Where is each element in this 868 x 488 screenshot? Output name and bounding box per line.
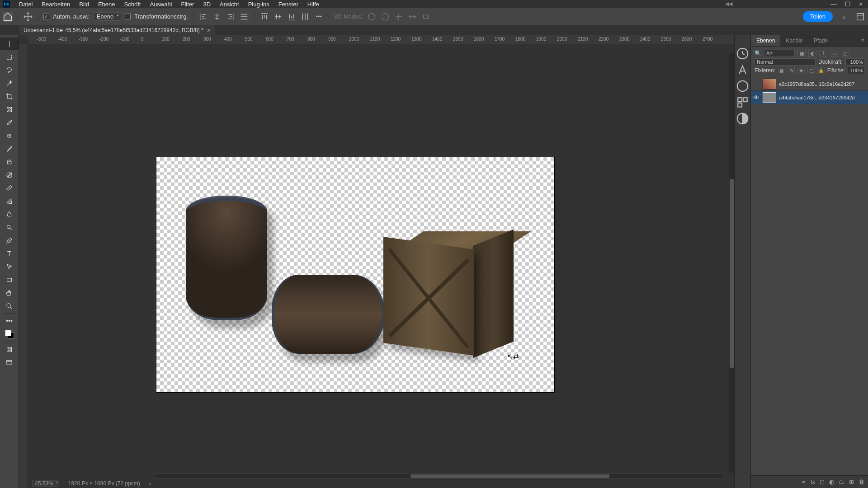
hand-tool[interactable] [0, 286, 19, 299]
auto-select-checkbox[interactable] [43, 14, 49, 19]
properties-panel-icon[interactable] [735, 45, 750, 61]
menu-plugins[interactable]: Plug-ins [244, 1, 274, 8]
menu-file[interactable]: Datei [14, 1, 37, 8]
layer-thumbnail[interactable] [763, 79, 776, 89]
window-maximize-icon[interactable]: ☐ [845, 0, 851, 8]
marquee-tool[interactable] [0, 51, 19, 63]
canvas-viewport[interactable]: ↖⇄ [28, 44, 734, 488]
lock-transparency-icon[interactable]: ▦ [778, 67, 785, 74]
window-minimize-icon[interactable]: — [830, 0, 837, 8]
layer-visibility-toggle[interactable]: 👁 [753, 94, 760, 101]
status-chevron-icon[interactable]: › [149, 480, 151, 487]
tab-layers[interactable]: Ebenen [751, 35, 780, 46]
transform-controls-checkbox[interactable] [125, 14, 131, 19]
distribute-v-icon[interactable] [300, 12, 310, 22]
character-panel-icon[interactable] [735, 61, 750, 78]
filter-smart-icon[interactable]: ◫ [841, 50, 849, 57]
menu-3d[interactable]: 3D [198, 1, 215, 8]
path-select-tool[interactable] [0, 260, 19, 273]
frame-tool[interactable] [0, 103, 19, 116]
color-panel-icon[interactable] [735, 78, 750, 94]
layer-row[interactable]: 👁 a44abc5ae178e...d23416728942d [751, 91, 868, 104]
layer-name[interactable]: a44abc5ae178e...d23416728942d [779, 95, 866, 100]
menu-help[interactable]: Hilfe [303, 1, 324, 8]
menu-image[interactable]: Bild [75, 1, 94, 8]
magic-wand-tool[interactable] [0, 77, 19, 89]
pen-tool[interactable] [0, 234, 19, 247]
blend-mode-dropdown[interactable]: Normal [755, 58, 816, 66]
dodge-tool[interactable] [0, 221, 19, 234]
tab-channels[interactable]: Kanäle [780, 35, 808, 46]
link-layers-icon[interactable]: ⚭ [801, 479, 806, 485]
history-brush-tool[interactable] [0, 169, 19, 181]
search-icon[interactable]: ⌕ [839, 12, 849, 22]
layer-row[interactable]: e2c1957d6ea35...10c0a16a2d287 [751, 77, 868, 91]
collapse-panels-icon[interactable]: ◀◀ [725, 1, 732, 7]
document-tab[interactable]: Unbenannt-1 bei 45,5% (a44abc5ae178e5f53… [19, 25, 215, 35]
menu-filter[interactable]: Filter [177, 1, 199, 8]
menu-layer[interactable]: Ebene [94, 1, 120, 8]
home-button[interactable] [3, 12, 13, 22]
opacity-input[interactable]: 100% [845, 58, 864, 66]
quick-mask-icon[interactable] [0, 343, 19, 356]
delete-layer-icon[interactable]: 🗑 [859, 479, 864, 485]
rectangle-tool[interactable] [0, 273, 19, 286]
lock-position-icon[interactable]: ✥ [797, 67, 805, 74]
menu-select[interactable]: Auswahl [145, 1, 176, 8]
layer-group-icon[interactable]: 🗀 [839, 479, 844, 485]
document-tab-close-icon[interactable]: × [207, 27, 211, 34]
crop-tool[interactable] [0, 90, 19, 103]
distribute-h-icon[interactable] [239, 12, 249, 22]
zoom-tool[interactable] [0, 300, 19, 312]
fill-input[interactable]: 100% [848, 67, 864, 74]
menu-window[interactable]: Fenster [274, 1, 303, 8]
layer-filter-dropdown[interactable]: Art [764, 50, 795, 57]
lock-all-icon[interactable]: 🔒 [817, 67, 825, 74]
layer-mask-icon[interactable]: ◻ [820, 479, 825, 485]
panel-menu-icon[interactable]: ≡ [858, 35, 868, 46]
blur-tool[interactable] [0, 208, 19, 221]
filter-adjustment-icon[interactable]: ◐ [808, 50, 816, 57]
vertical-scrollbar[interactable] [729, 53, 734, 473]
screen-mode-icon[interactable] [0, 356, 19, 369]
menu-edit[interactable]: Bearbeiten [37, 1, 75, 8]
more-options-icon[interactable]: ••• [314, 12, 324, 22]
align-left-icon[interactable] [198, 12, 208, 22]
adjustments-panel-icon[interactable] [735, 110, 750, 127]
align-center-v-icon[interactable] [273, 12, 283, 22]
filter-pixel-icon[interactable]: ▦ [797, 50, 806, 57]
share-button[interactable]: Teilen [803, 11, 833, 22]
layer-name[interactable]: e2c1957d6ea35...10c0a16a2d287 [779, 81, 866, 87]
layer-style-icon[interactable]: fx [811, 479, 815, 485]
eraser-tool[interactable] [0, 182, 19, 194]
filter-type-icon[interactable]: T [819, 50, 827, 57]
tab-paths[interactable]: Pfade [808, 35, 833, 46]
type-tool[interactable] [0, 247, 19, 260]
align-bottom-icon[interactable] [287, 12, 297, 22]
align-right-icon[interactable] [226, 12, 236, 22]
menu-view[interactable]: Ansicht [215, 1, 244, 8]
brush-tool[interactable] [0, 142, 19, 155]
workspace-icon[interactable] [855, 12, 865, 22]
adjustment-layer-icon[interactable]: ◐ [829, 479, 834, 485]
color-swatches[interactable] [5, 330, 14, 339]
align-top-icon[interactable] [259, 12, 269, 22]
eyedropper-tool[interactable] [0, 116, 19, 129]
filter-shape-icon[interactable]: ▭ [830, 50, 838, 57]
libraries-panel-icon[interactable] [735, 94, 750, 110]
menu-type[interactable]: Schrift [120, 1, 146, 8]
new-layer-icon[interactable]: ⊞ [849, 479, 854, 485]
move-tool[interactable] [0, 38, 19, 50]
zoom-level[interactable]: 45,53% [33, 480, 59, 487]
lock-artboard-icon[interactable]: ▢ [807, 67, 815, 74]
lasso-tool[interactable] [0, 64, 19, 76]
window-close-icon[interactable]: × [859, 0, 863, 8]
gradient-tool[interactable] [0, 195, 19, 207]
horizontal-scrollbar[interactable] [155, 474, 723, 479]
canvas-artboard[interactable] [156, 157, 554, 392]
layer-thumbnail[interactable] [763, 92, 776, 103]
align-center-h-icon[interactable] [212, 12, 222, 22]
auto-select-dropdown[interactable]: Ebene [94, 12, 122, 21]
healing-brush-tool[interactable] [0, 129, 19, 142]
lock-pixels-icon[interactable]: ✎ [788, 67, 795, 74]
